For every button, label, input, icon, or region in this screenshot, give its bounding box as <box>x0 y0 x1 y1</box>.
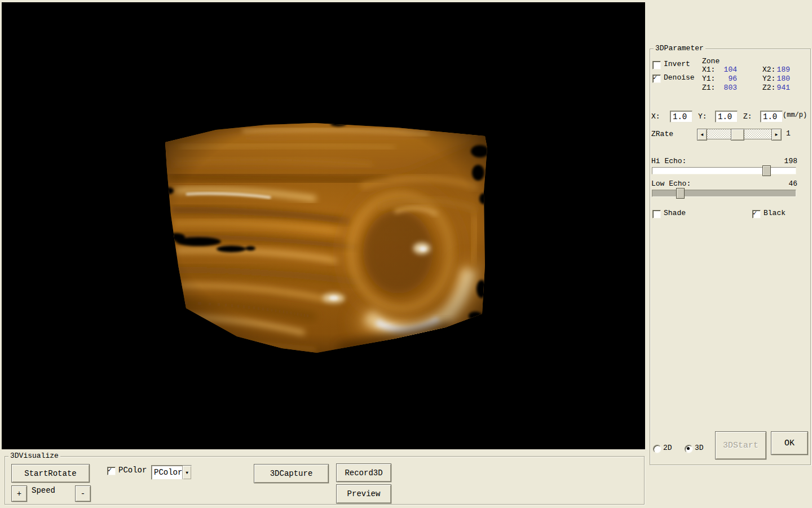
visualize-group-title: 3DVisualize <box>8 452 60 460</box>
invert-checkbox[interactable]: ✓ <box>652 61 661 69</box>
low-echo-slider-thumb[interactable] <box>676 188 685 199</box>
application-window: 3DParameter ✓ Invert ✓ Denoise Zone X1: … <box>0 0 812 508</box>
zone-y1-label: Y1: <box>702 75 715 83</box>
preview-button[interactable]: Preview <box>336 484 391 503</box>
check-icon: ✓ <box>753 211 760 217</box>
start-rotate-button[interactable]: StartRotate <box>11 464 90 483</box>
scroll-right-icon: ► <box>775 132 778 137</box>
record-3d-button-label: Record3D <box>345 468 382 478</box>
pcolor-label: PColor <box>118 466 147 475</box>
invert-label: Invert <box>664 60 690 68</box>
black-checkbox[interactable]: ✓ <box>752 210 761 218</box>
shade-checkbox[interactable]: ✓ <box>652 210 661 218</box>
parameter-group-title: 3DParameter <box>654 45 705 52</box>
zrate-label: ZRate <box>651 130 673 138</box>
check-icon: ✓ <box>653 75 660 81</box>
dropdown-arrow-icon: ▼ <box>186 470 188 475</box>
black-label: Black <box>764 209 785 217</box>
scale-y-input[interactable] <box>715 111 738 122</box>
scale-x-input[interactable] <box>670 111 692 122</box>
pcolor-dropdown-value: PColor <box>152 468 182 477</box>
zrate-value: 1 <box>786 129 791 138</box>
scale-z-label: Z: <box>743 112 752 121</box>
scale-z-input[interactable] <box>760 111 783 122</box>
hi-echo-slider-thumb[interactable] <box>762 165 771 176</box>
hi-echo-label: Hi Echo: <box>651 157 686 165</box>
zone-x1-label: X1: <box>702 65 715 74</box>
zrate-scroll-left-button[interactable]: ◄ <box>697 129 707 141</box>
start3d-button[interactable]: 3DStart <box>715 431 766 459</box>
pcolor-dropdown-button[interactable]: ▼ <box>182 466 191 479</box>
speed-minus-button[interactable]: - <box>75 485 91 502</box>
zone-z1-value: 803 <box>720 84 737 92</box>
pcolor-dropdown[interactable]: PColor ▼ <box>151 465 192 480</box>
pcolor-checkbox[interactable]: ✓ <box>107 467 116 475</box>
speed-label: Speed <box>32 487 55 495</box>
zone-y2-value: 180 <box>773 75 790 83</box>
zrate-scrollbar[interactable]: ◄ ► <box>697 129 780 139</box>
speed-minus-label: - <box>81 489 85 498</box>
zone-title: Zone <box>702 57 720 65</box>
mode-2d-label: 2D <box>663 444 672 452</box>
record-3d-button[interactable]: Record3D <box>336 463 391 482</box>
ok-button-label: OK <box>784 439 795 448</box>
denoise-label: Denoise <box>664 73 695 82</box>
zrate-scrollbar-thumb[interactable] <box>731 129 744 141</box>
capture-3d-button-label: 3DCapture <box>270 469 313 478</box>
low-echo-label: Low Echo: <box>651 179 691 188</box>
zone-x1-value: 104 <box>720 65 737 74</box>
mode-3d-label: 3D <box>695 444 704 452</box>
scale-x-label: X: <box>651 112 660 121</box>
speed-plus-label: + <box>17 489 21 498</box>
zone-x2-value: 189 <box>773 65 790 74</box>
zone-z1-label: Z1: <box>702 84 715 92</box>
zone-y1-value: 96 <box>720 75 737 83</box>
speed-plus-button[interactable]: + <box>11 485 27 502</box>
render-viewport[interactable] <box>2 2 645 449</box>
zrate-scroll-right-button[interactable]: ► <box>771 129 782 141</box>
low-echo-value: 46 <box>780 179 797 188</box>
zone-z2-value: 941 <box>773 84 790 92</box>
check-icon: ✓ <box>108 467 115 474</box>
scale-unit-label: (mm/p) <box>783 111 807 120</box>
shade-label: Shade <box>664 209 686 217</box>
start-rotate-button-label: StartRotate <box>24 469 76 478</box>
low-echo-slider-track[interactable] <box>652 190 796 197</box>
hi-echo-slider-track[interactable] <box>652 167 796 174</box>
mode-3d-radio[interactable] <box>685 445 693 453</box>
hi-echo-value: 198 <box>780 157 797 165</box>
preview-button-label: Preview <box>347 489 381 498</box>
ok-button[interactable]: OK <box>771 431 808 455</box>
start3d-button-label: 3DStart <box>723 441 758 450</box>
denoise-checkbox[interactable]: ✓ <box>652 75 661 83</box>
ultrasound-volume <box>2 2 645 449</box>
capture-3d-button[interactable]: 3DCapture <box>254 464 329 483</box>
mode-2d-radio[interactable] <box>653 445 661 453</box>
scale-y-label: Y: <box>698 112 707 121</box>
scroll-left-icon: ◄ <box>701 132 704 137</box>
